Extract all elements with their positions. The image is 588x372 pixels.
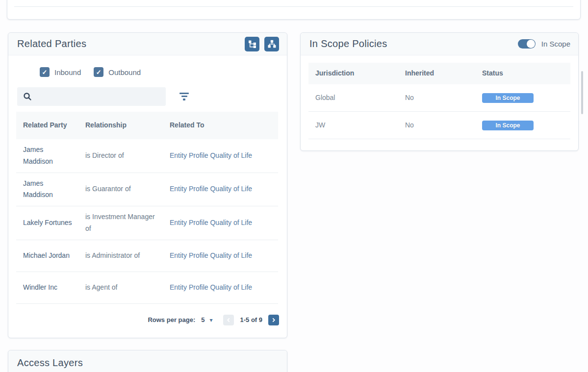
related-party-cell: Lakely Fortunes	[16, 212, 78, 234]
inbound-label: Inbound	[54, 68, 81, 76]
access-layers-title: Access Layers	[17, 357, 83, 369]
access-layers-header: Access Layers	[8, 350, 287, 372]
org-chart-button[interactable]	[264, 37, 279, 51]
inherited-cell: No	[398, 115, 475, 136]
in-scope-policies-table: Jurisdiction Inherited Status Global No …	[308, 63, 570, 139]
page-scrollbar-thumb[interactable]	[581, 71, 583, 114]
in-scope-toggle-group: In Scope	[518, 39, 570, 49]
outbound-label: Outbound	[108, 68, 141, 76]
column-header-jurisdiction: Jurisdiction	[308, 64, 398, 83]
divider	[14, 6, 573, 7]
related-party-cell: James Maddison	[16, 173, 78, 206]
related-to-cell: Entity Profile Quality of Life	[163, 212, 278, 234]
inbound-checkbox[interactable]: ✓ Inbound	[40, 67, 81, 77]
in-scope-toggle-label: In Scope	[541, 40, 570, 48]
rows-per-page-select[interactable]: 5 ▾	[201, 316, 212, 323]
relationship-cell: is Director of	[78, 145, 163, 167]
caret-down-icon: ▾	[209, 317, 212, 323]
related-party-cell: Michael Jordan	[16, 245, 78, 267]
relationship-cell: is Agent of	[78, 277, 163, 298]
related-party-cell: Windler Inc	[16, 277, 78, 298]
tree-horizontal-icon	[248, 40, 256, 48]
check-icon: ✓	[40, 67, 50, 77]
filter-button[interactable]	[178, 91, 191, 102]
related-to-cell: Entity Profile Quality of Life	[163, 277, 278, 298]
related-parties-header: Related Parties	[8, 33, 287, 55]
search-icon	[23, 92, 32, 101]
related-parties-card: Related Parties	[8, 32, 287, 338]
rows-per-page-label: Rows per page:	[148, 316, 195, 323]
top-partial-card	[7, 0, 581, 20]
check-icon: ✓	[94, 67, 103, 77]
in-scope-policies-title: In Scope Policies	[309, 38, 387, 50]
relationship-cell: is Guarantor of	[78, 178, 163, 200]
table-row[interactable]: Global No In Scope	[308, 84, 570, 112]
in-scope-policies-header: In Scope Policies In Scope	[301, 33, 578, 55]
table-header-row: Jurisdiction Inherited Status	[308, 63, 570, 84]
status-badge[interactable]: In Scope	[482, 93, 534, 103]
page-range: 1-5 of 9	[240, 316, 262, 323]
prev-page-button[interactable]	[223, 315, 234, 325]
related-party-cell: James Maddison	[16, 139, 78, 173]
direction-filters: ✓ Inbound ✓ Outbound	[40, 67, 287, 77]
column-header-status: Status	[475, 64, 570, 83]
related-to-cell: Entity Profile Quality of Life	[163, 245, 278, 267]
table-header-row: Related Party Relationship Related To	[16, 112, 278, 139]
chevron-right-icon	[271, 318, 276, 322]
column-header-related-to: Related To	[163, 116, 278, 135]
tree-view-button[interactable]	[245, 37, 259, 51]
table-row[interactable]: James Maddison is Guarantor of Entity Pr…	[16, 173, 278, 207]
table-row[interactable]: Michael Jordan is Administrator of Entit…	[16, 240, 278, 272]
relationship-cell: is Administrator of	[78, 245, 163, 267]
table-row[interactable]: JW No In Scope	[308, 112, 570, 139]
search-input[interactable]	[17, 87, 166, 106]
related-to-cell: Entity Profile Quality of Life	[163, 145, 278, 167]
table-row[interactable]: Windler Inc is Agent of Entity Profile Q…	[16, 272, 278, 304]
column-header-related-party: Related Party	[16, 116, 78, 135]
search-row	[17, 87, 278, 106]
toggle-knob	[527, 40, 535, 48]
filter-icon	[179, 93, 189, 100]
column-header-inherited: Inherited	[398, 64, 475, 83]
inherited-cell: No	[398, 87, 475, 109]
chevron-left-icon	[226, 318, 231, 322]
access-layers-card: Access Layers	[8, 350, 287, 372]
pagination: Rows per page: 5 ▾ 1-5 of 9	[8, 315, 279, 325]
jurisdiction-cell: Global	[308, 87, 398, 109]
related-to-cell: Entity Profile Quality of Life	[163, 178, 278, 200]
rows-per-page-value: 5	[201, 316, 205, 323]
status-badge[interactable]: In Scope	[482, 121, 534, 130]
column-header-relationship: Relationship	[78, 116, 163, 135]
outbound-checkbox[interactable]: ✓ Outbound	[94, 67, 141, 77]
related-parties-actions	[245, 37, 279, 51]
relationship-cell: is Investment Manager of	[78, 206, 163, 240]
in-scope-toggle[interactable]	[518, 39, 536, 49]
in-scope-policies-card: In Scope Policies In Scope Jurisdiction …	[300, 32, 579, 151]
related-parties-title: Related Parties	[17, 38, 86, 50]
table-row[interactable]: James Maddison is Director of Entity Pro…	[16, 139, 278, 173]
related-parties-table: Related Party Relationship Related To Ja…	[16, 112, 278, 304]
org-chart-icon	[268, 40, 276, 48]
jurisdiction-cell: JW	[308, 115, 398, 136]
next-page-button[interactable]	[268, 315, 279, 325]
table-row[interactable]: Lakely Fortunes is Investment Manager of…	[16, 206, 278, 240]
